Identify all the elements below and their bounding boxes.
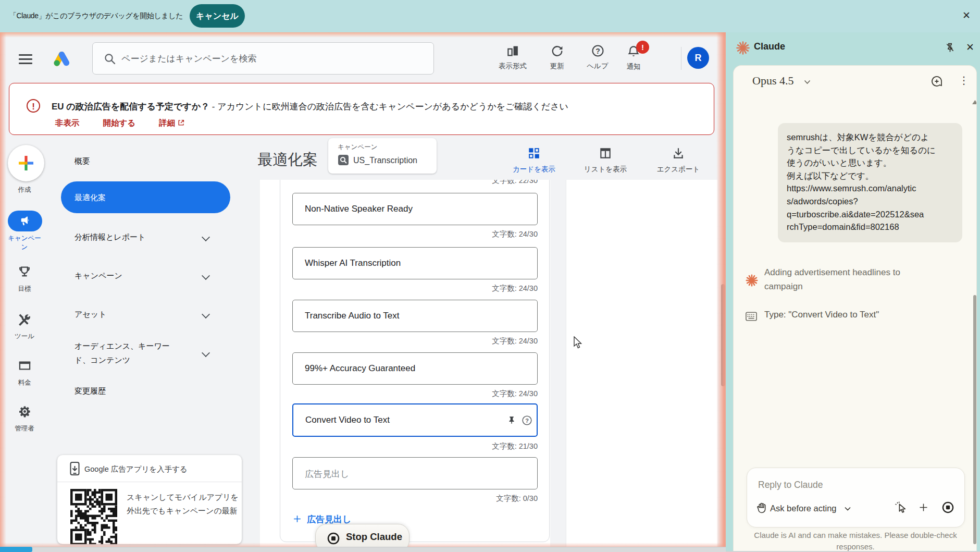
svg-text:?: ? xyxy=(525,418,529,424)
svg-text:?: ? xyxy=(596,47,600,55)
